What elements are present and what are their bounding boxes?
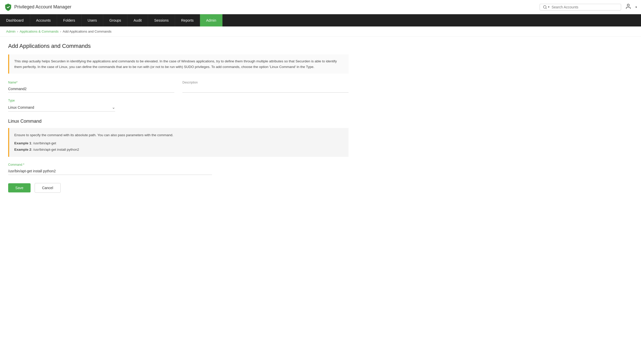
name-group: Name*	[8, 81, 174, 93]
main-content: Add Applications and Commands This step …	[0, 37, 357, 199]
linux-command-section-title: Linux Command	[8, 119, 349, 124]
linux-example2: Example 2: /usr/bin/apt-get install pyth…	[14, 147, 343, 153]
nav-item-groups[interactable]: Groups	[103, 14, 127, 26]
nav-item-users[interactable]: Users	[82, 14, 103, 26]
type-dropdown-select[interactable]: Linux Command ⌄	[8, 103, 115, 111]
nav-item-audit[interactable]: Audit	[127, 14, 148, 26]
svg-line-1	[546, 8, 546, 9]
logo-area: Privileged Account Manager	[4, 3, 71, 11]
cancel-button[interactable]: Cancel	[35, 183, 61, 193]
description-input[interactable]	[182, 85, 349, 93]
info-box: This step actually helps Securden in ide…	[8, 54, 349, 74]
type-label: Type	[8, 99, 115, 102]
nav-item-dashboard[interactable]: Dashboard	[0, 14, 30, 26]
command-label: Command *	[8, 163, 212, 166]
example1-label: Example 1	[14, 141, 31, 145]
description-group: Description	[182, 81, 349, 93]
user-dropdown-arrow[interactable]: ▾	[635, 5, 637, 9]
user-icon[interactable]	[625, 3, 631, 11]
description-label: Description	[182, 81, 349, 84]
command-group: Command *	[8, 163, 212, 175]
breadcrumb-sep-1: ›	[17, 30, 18, 33]
app-title: Privileged Account Manager	[14, 4, 71, 10]
page-title: Add Applications and Commands	[8, 43, 349, 49]
breadcrumb-root[interactable]: Admin	[6, 30, 16, 33]
search-icon	[543, 5, 547, 9]
linux-info-box: Ensure to specify the command with its a…	[8, 128, 349, 157]
name-input[interactable]	[8, 85, 174, 93]
save-button[interactable]: Save	[8, 183, 31, 192]
breadcrumb: Admin › Applications & Commands › Add Ap…	[0, 26, 641, 37]
header-right: ▾ ▾	[540, 3, 637, 11]
search-dropdown-arrow[interactable]: ▾	[548, 5, 550, 9]
breadcrumb-parent[interactable]: Applications & Commands	[20, 30, 58, 33]
nav-item-accounts[interactable]: Accounts	[30, 14, 57, 26]
breadcrumb-current: Add Applications and Commands	[63, 30, 112, 33]
button-row: Save Cancel	[8, 183, 349, 193]
search-area[interactable]: ▾	[540, 4, 621, 10]
breadcrumb-sep-2: ›	[60, 30, 61, 33]
info-text: This step actually helps Securden in ide…	[14, 59, 337, 69]
search-input[interactable]	[552, 5, 618, 9]
example2-label: Example 2	[14, 148, 31, 151]
example2-value: : /usr/bin/apt-get install python2	[31, 148, 79, 151]
command-input[interactable]	[8, 167, 212, 175]
example1-value: : /usr/bin/apt-get	[31, 141, 56, 145]
search-trigger[interactable]: ▾	[543, 5, 550, 9]
name-label: Name*	[8, 81, 174, 84]
type-chevron-icon: ⌄	[112, 105, 115, 110]
nav-item-reports[interactable]: Reports	[175, 14, 200, 26]
name-description-row: Name* Description	[8, 81, 349, 93]
svg-point-2	[627, 4, 629, 6]
nav-item-folders[interactable]: Folders	[57, 14, 82, 26]
nav-item-admin[interactable]: Admin	[200, 14, 223, 26]
nav-item-sessions[interactable]: Sessions	[148, 14, 175, 26]
linux-example1: Example 1: /usr/bin/apt-get	[14, 140, 343, 146]
shield-logo-icon	[4, 3, 12, 11]
top-bar: Privileged Account Manager ▾ ▾	[0, 0, 641, 14]
type-group: Type Linux Command ⌄	[8, 99, 115, 111]
linux-info-line1: Ensure to specify the command with its a…	[14, 132, 343, 138]
type-selected-value: Linux Command	[8, 105, 34, 109]
nav-bar: Dashboard Accounts Folders Users Groups …	[0, 14, 641, 26]
